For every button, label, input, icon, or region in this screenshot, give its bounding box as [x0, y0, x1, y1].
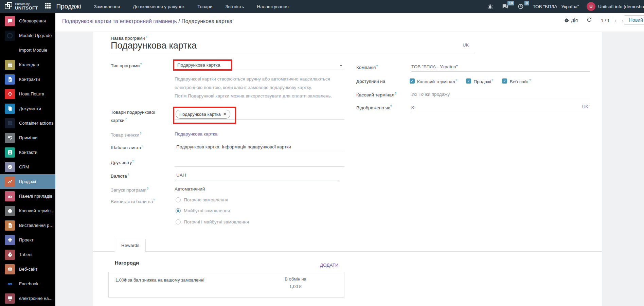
new-record-button[interactable]: Новий: [624, 15, 644, 25]
sidebar-item-elearning[interactable]: електронне на...: [0, 291, 55, 306]
mail-template-select[interactable]: Подарункова картка: Інформація подарунко…: [176, 144, 291, 149]
sidebar-item-facebook[interactable]: ∞ Facebook: [0, 276, 55, 291]
sidebar-item-dashboards[interactable]: Панелі приладів: [0, 189, 55, 203]
tab-rewards[interactable]: Rewards: [115, 239, 146, 252]
currency-input[interactable]: UAH: [176, 173, 186, 178]
svg-text:$: $: [9, 224, 11, 227]
breadcrumb: Подарункові картки та електронний гамане…: [62, 18, 232, 24]
sales-chart-icon: [5, 177, 15, 187]
gift-card-product-tag[interactable]: Подарункова картка ✕: [176, 110, 230, 119]
breadcrumb-current: Подарункова картка: [181, 18, 232, 24]
company-switcher[interactable]: ТОВ "БПЛА - Україна": [533, 4, 579, 9]
dropdown-caret-icon[interactable]: [340, 65, 342, 67]
program-type-help: Подарункові картки створюються вручну аб…: [175, 75, 350, 100]
control-panel: Подарункові картки та електронний гамане…: [55, 13, 644, 32]
sidebar-item-nova-poshta[interactable]: Нова Пошта: [0, 87, 55, 101]
rewards-section-title: Нагороди: [115, 260, 139, 266]
sidebar-item-timesheets[interactable]: Табелі: [0, 247, 55, 262]
debug-bug-icon[interactable]: [487, 3, 493, 10]
avatar: U: [587, 2, 595, 11]
sidebar-item-documents[interactable]: Документи: [0, 101, 55, 116]
documents-icon: [5, 104, 15, 114]
project-puzzle-icon: [5, 235, 15, 245]
gauge-icon: [5, 191, 15, 201]
checkbox-sales[interactable]: ✓ Продажі?: [466, 78, 493, 84]
menu-to-invoice[interactable]: До включення у рахунок: [133, 4, 184, 9]
program-type-select[interactable]: Подарункова картка: [177, 62, 220, 68]
sidebar-item-website[interactable]: Веб-сайт: [0, 262, 55, 276]
contacts-book-icon: [5, 147, 15, 158]
stopwatch-icon: [5, 250, 15, 260]
meta-logo-icon: ∞: [5, 279, 15, 289]
pager-prev-icon[interactable]: ‹: [614, 17, 616, 24]
menu-products[interactable]: Товари: [197, 4, 212, 9]
main-content: Назва програми? Подарункова картка UK Ти…: [55, 32, 644, 306]
program-name-label: Назва програми?: [111, 35, 147, 41]
puzzle-grid-icon: [5, 118, 15, 128]
radio-current-order[interactable]: Поточне замовлення: [176, 197, 228, 202]
notes-pen-icon: [5, 133, 15, 143]
sidebar-item-crm[interactable]: CRM: [0, 160, 55, 174]
checkbox-checked-icon[interactable]: ✓: [502, 78, 507, 84]
available-on-group: ✓ Касовий термінал? ✓ Продажі? ✓ Веб-сай…: [410, 78, 531, 84]
user-menu[interactable]: U Unitsoft info (demosho: [587, 2, 644, 11]
menu-reporting[interactable]: Звітність: [225, 4, 244, 9]
menu-orders[interactable]: Замовлення: [94, 4, 120, 9]
sidebar-item-contracts[interactable]: Контракти: [0, 72, 55, 87]
pager-next-icon[interactable]: ›: [622, 17, 624, 24]
sidebar-item-container-actions[interactable]: Container actions: [0, 116, 55, 130]
sidebar-item-calendar[interactable]: Календар: [0, 57, 55, 72]
refresh-icon[interactable]: [587, 17, 592, 24]
tag-remove-icon[interactable]: ✕: [223, 112, 227, 116]
radio-icon[interactable]: [176, 197, 181, 202]
radio-future-orders[interactable]: Майбутні замовлення: [176, 208, 230, 213]
discount-product-link[interactable]: Подарункова картка: [175, 131, 218, 137]
sidebar-item-import-module[interactable]: Import Module: [0, 43, 55, 57]
checkbox-website[interactable]: ✓ Веб-сайт?: [502, 78, 531, 84]
company-input[interactable]: ТОВ "БПЛА - Україна": [411, 64, 458, 69]
invoice-icon: $: [5, 220, 15, 231]
name-lang-badge[interactable]: UK: [463, 42, 469, 48]
pager-value: 1 / 1: [601, 18, 610, 23]
radio-icon[interactable]: [176, 219, 181, 224]
reward-in-exchange-link[interactable]: В обмін на: [280, 276, 311, 282]
sidebar-item-invoicing[interactable]: $ Виставлення ра...: [0, 218, 55, 233]
reward-card[interactable]: 1,00₴ за бал знижка на вашому замовленні…: [108, 272, 344, 298]
mail-template-label: Шаблон листа?: [111, 144, 143, 150]
currency-label: Валюта?: [111, 173, 129, 179]
gift-card-products-label: Товари подарункової картки?: [111, 110, 155, 123]
messages-icon[interactable]: 18: [502, 3, 509, 10]
calendar-icon: [5, 60, 15, 70]
program-launch-label: Запуск програми?: [111, 186, 148, 193]
pos-label: Касовий термінал?: [356, 91, 396, 97]
action-menu-button[interactable]: Дія: [565, 18, 578, 23]
radio-selected-icon[interactable]: [176, 208, 181, 213]
radio-current-and-future-orders[interactable]: Поточні і майбутні замовлення: [176, 219, 249, 224]
app-menu: Замовлення До включення у рахунок Товари…: [94, 4, 288, 9]
sidebar-item-contacts[interactable]: Контакти: [0, 145, 55, 160]
unitsoft-logo-icon: [4, 1, 13, 12]
menu-settings[interactable]: Налаштування: [257, 4, 288, 9]
apps-grid-icon[interactable]: [45, 3, 51, 10]
current-app-name[interactable]: Продажі: [56, 3, 81, 10]
displayed-as-input[interactable]: ₴: [411, 105, 414, 110]
displayed-as-lang-badge[interactable]: UK: [582, 104, 588, 109]
sidebar-item-module-upgrade[interactable]: Module Upgrade: [0, 28, 55, 43]
app-sidebar: Обговорення Module Upgrade Import Module…: [0, 13, 55, 306]
add-reward-button[interactable]: ДОДАТИ: [320, 263, 339, 268]
checkbox-pos[interactable]: ✓ Касовий термінал?: [410, 78, 457, 84]
sidebar-item-sales[interactable]: Продажі: [0, 174, 55, 189]
unitsoft-logo[interactable]: Custom by UNITSOFT: [4, 1, 38, 12]
checkbox-checked-icon[interactable]: ✓: [466, 78, 471, 84]
sidebar-item-notes[interactable]: Примітки: [0, 130, 55, 145]
sidebar-item-pos[interactable]: Касовий термін...: [0, 203, 55, 218]
sidebar-item-project[interactable]: Проект: [0, 233, 55, 247]
checkbox-checked-icon[interactable]: ✓: [410, 78, 415, 84]
pos-input[interactable]: Усі Точки продажу: [411, 92, 450, 97]
breadcrumb-parent-link[interactable]: Подарункові картки та електронний гамане…: [62, 18, 177, 24]
sidebar-item-discuss[interactable]: Обговорення: [0, 14, 55, 28]
globe-icon: [5, 264, 15, 274]
program-name-input[interactable]: Подарункова картка: [111, 40, 197, 51]
use-points-label: Викоистати бали на?: [111, 198, 155, 204]
activities-clock-icon[interactable]: 8: [518, 3, 524, 10]
